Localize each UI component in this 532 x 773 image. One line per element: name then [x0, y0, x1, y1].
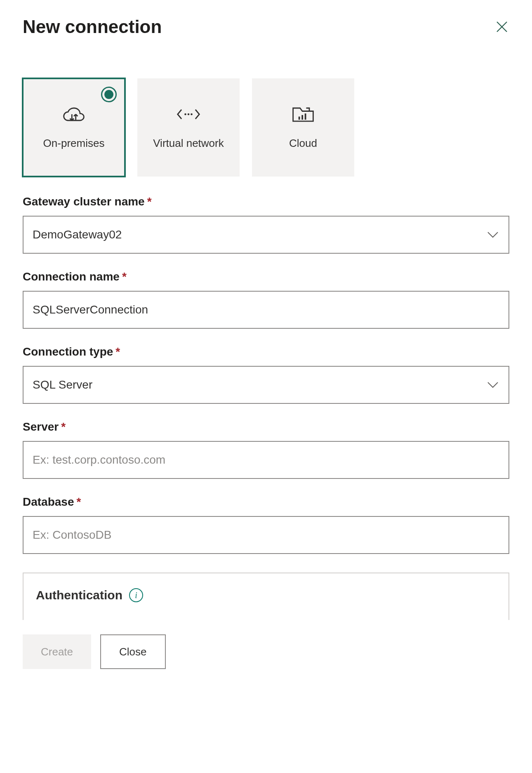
- server-input[interactable]: [23, 441, 509, 479]
- info-icon[interactable]: i: [129, 588, 143, 602]
- page-title: New connection: [23, 16, 162, 37]
- connection-type-on-premises[interactable]: On-premises: [23, 78, 125, 177]
- network-icon: [176, 104, 201, 125]
- svg-rect-7: [305, 114, 306, 120]
- svg-rect-6: [301, 115, 303, 120]
- svg-rect-5: [299, 117, 300, 120]
- create-button[interactable]: Create: [23, 634, 91, 669]
- close-button[interactable]: Close: [100, 634, 165, 669]
- connection-type-select[interactable]: SQL Server: [23, 366, 509, 404]
- connection-type-selector: On-premises Virtual network Cloud: [23, 78, 509, 177]
- folder-chart-icon: [291, 104, 315, 125]
- connection-type-virtual-network[interactable]: Virtual network: [137, 78, 240, 177]
- close-icon[interactable]: [494, 19, 509, 34]
- svg-point-4: [191, 113, 193, 115]
- authentication-section: Authentication i: [23, 573, 509, 620]
- gateway-cluster-select[interactable]: DemoGateway02: [23, 216, 509, 254]
- database-label: Database*: [23, 495, 509, 509]
- connection-name-label: Connection name*: [23, 270, 509, 283]
- connection-name-input[interactable]: [23, 291, 509, 329]
- cloud-sync-icon: [61, 104, 86, 125]
- database-input[interactable]: [23, 516, 509, 554]
- connection-type-label: Virtual network: [153, 136, 224, 151]
- radio-selected-icon: [101, 87, 117, 102]
- svg-point-2: [184, 113, 186, 115]
- connection-type-label-field: Connection type*: [23, 345, 509, 358]
- svg-point-3: [188, 113, 190, 115]
- gateway-cluster-label: Gateway cluster name*: [23, 195, 509, 208]
- server-label: Server*: [23, 420, 509, 434]
- connection-type-label: On-premises: [43, 136, 105, 151]
- connection-type-label: Cloud: [289, 136, 317, 151]
- connection-type-cloud[interactable]: Cloud: [252, 78, 354, 177]
- authentication-title: Authentication: [36, 588, 122, 602]
